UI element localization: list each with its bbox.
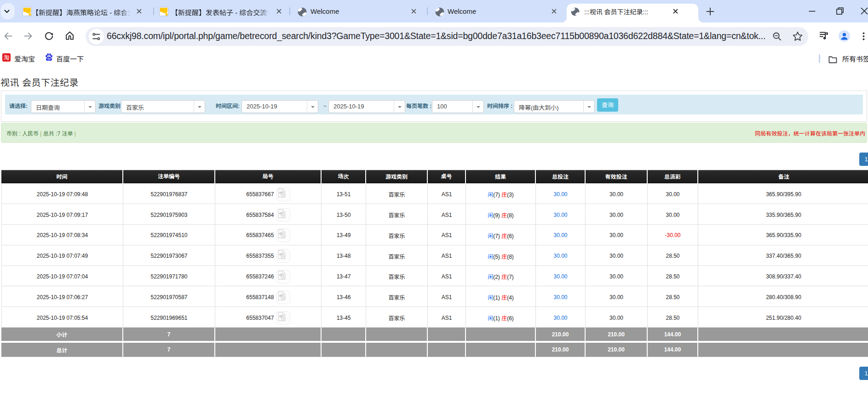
svg-text:du: du (47, 57, 51, 60)
svg-text:淘: 淘 (3, 53, 9, 62)
